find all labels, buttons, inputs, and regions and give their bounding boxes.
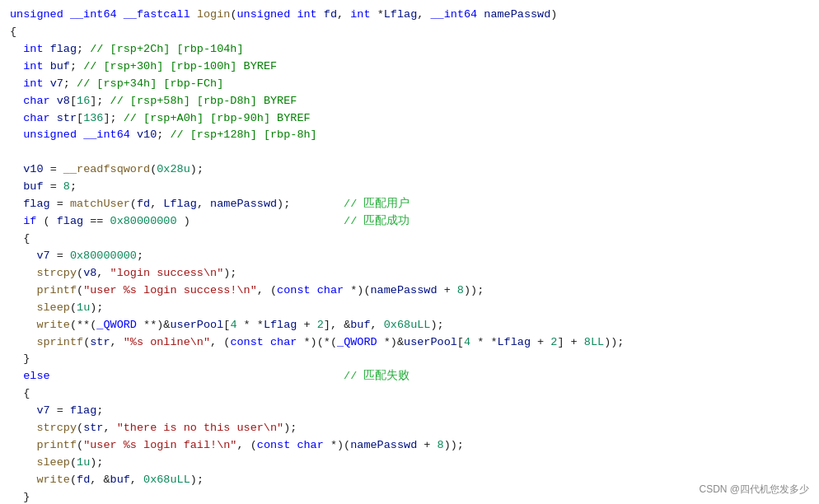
line-if-stmt: if ( flag == 0x80000000 ) // 匹配成功 <box>10 213 809 231</box>
watermark-text: CSDN @四代机您发多少 <box>699 482 809 497</box>
line-var-v10: unsigned __int64 v10; // [rsp+128h] [rbp… <box>10 127 809 144</box>
line-sleep-1: sleep(1u); <box>10 300 809 317</box>
line-assign-v10: v10 = __readfsqword(0x28u); <box>10 161 809 179</box>
line-func-signature: unsigned __int64 __fastcall login(unsign… <box>10 7 809 24</box>
line-var-v7: int v7; // [rsp+34h] [rbp-FCh] <box>10 76 809 93</box>
line-var-str: char str[136]; // [rsp+A0h] [rbp-90h] BY… <box>10 110 809 128</box>
line-strcpy-v8: strcpy(v8, "login success\n"); <box>10 265 809 282</box>
code-container: unsigned __int64 __fastcall login(unsign… <box>0 0 819 504</box>
line-sprintf-str: sprintf(str, "%s online\n", (const char … <box>10 334 809 352</box>
line-open-brace-2: { <box>10 231 809 248</box>
line-var-buf: int buf; // [rsp+30h] [rbp-100h] BYREF <box>10 58 809 76</box>
line-open-brace-3: { <box>10 385 809 403</box>
line-else-stmt: else // 匹配失败 <box>10 368 809 385</box>
line-close-brace-1: } <box>10 351 809 368</box>
line-sleep-2: sleep(1u); <box>10 455 809 472</box>
line-write-fd: write(fd, &buf, 0x68uLL); <box>10 472 809 489</box>
line-printf-success: printf("user %s login success!\n", (cons… <box>10 282 809 300</box>
line-assign-flag: flag = matchUser(fd, Lflag, namePasswd);… <box>10 196 809 213</box>
line-strcpy-str: strcpy(str, "there is no this user\n"); <box>10 420 809 437</box>
line-assign-v7-val: v7 = 0x80000000; <box>10 248 809 265</box>
line-var-v8: char v8[16]; // [rsp+58h] [rbp-D8h] BYRE… <box>10 93 809 110</box>
line-write-pool: write(**(_QWORD **)&userPool[4 * *Lflag … <box>10 317 809 334</box>
line-assign-buf: buf = 8; <box>10 179 809 196</box>
line-open-brace-1: { <box>10 24 809 41</box>
line-blank-1 <box>10 144 809 161</box>
line-var-flag: int flag; // [rsp+2Ch] [rbp-104h] <box>10 41 809 58</box>
line-assign-v7-flag: v7 = flag; <box>10 403 809 420</box>
line-close-brace-2: } <box>10 489 809 504</box>
line-printf-fail: printf("user %s login fail!\n", (const c… <box>10 437 809 455</box>
